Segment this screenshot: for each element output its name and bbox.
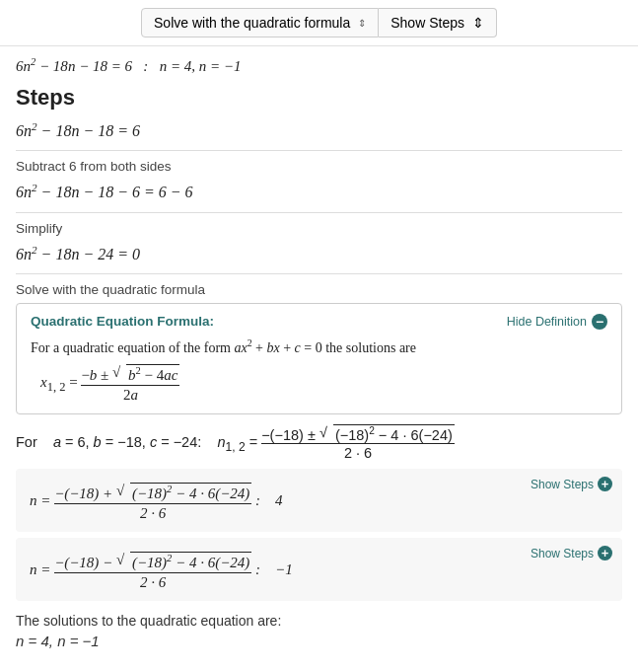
hide-def-label: Hide Definition bbox=[507, 315, 587, 329]
formula-display: x1, 2 = −b ± b2 − 4ac 2a bbox=[40, 364, 607, 404]
dropdown-arrow: ⇕ bbox=[358, 18, 366, 29]
plus-circle-icon-2: + bbox=[598, 546, 612, 560]
solution2-math: n = −(−18) − (−18)2 − 4 · 6(−24) 2 · 6 :… bbox=[30, 552, 608, 591]
quadratic-formula-box: Quadratic Equation Formula: Hide Definit… bbox=[16, 303, 622, 414]
divider-2 bbox=[16, 212, 622, 213]
step1-equation: 6n2 − 18n − 18 = 6 bbox=[16, 120, 622, 140]
hide-definition-button[interactable]: Hide Definition − bbox=[507, 314, 607, 330]
step4-label: Solve with the quadratic formula bbox=[16, 282, 622, 297]
main-content: 6n2 − 18n − 18 = 6 : n = 4, n = −1 Steps… bbox=[0, 46, 638, 659]
solution2-box: Show Steps + n = −(−18) − (−18)2 − 4 · 6… bbox=[16, 538, 622, 601]
formula-text: For a quadratic equation of the form ax2… bbox=[31, 337, 607, 356]
plus-circle-icon-1: + bbox=[598, 477, 612, 491]
solution1-show-steps[interactable]: Show Steps + bbox=[531, 477, 612, 491]
footer-solutions: n = 4, n = −1 bbox=[16, 633, 622, 649]
solution1-show-steps-label: Show Steps bbox=[531, 478, 594, 491]
solution1-math: n = −(−18) + (−18)2 − 4 · 6(−24) 2 · 6 :… bbox=[30, 483, 608, 522]
step3-label: Simplify bbox=[16, 221, 622, 236]
divider-3 bbox=[16, 273, 622, 274]
step2-equation: 6n2 − 18n − 18 − 6 = 6 − 6 bbox=[16, 182, 622, 201]
solution2-show-steps-label: Show Steps bbox=[531, 547, 594, 560]
show-steps-button[interactable]: Show Steps ⇕ bbox=[379, 8, 497, 37]
footer-text: The solutions to the quadratic equation … bbox=[16, 613, 622, 649]
for-line: For a = 6, b = −18, c = −24: n1, 2 = −(−… bbox=[16, 424, 622, 462]
steps-heading: Steps bbox=[16, 85, 622, 111]
top-bar: Solve with the quadratic formula ⇕ Show … bbox=[0, 0, 638, 46]
minus-circle-icon: − bbox=[592, 314, 607, 330]
step2-label: Subtract 6 from both sides bbox=[16, 159, 622, 174]
show-steps-arrow: ⇕ bbox=[472, 15, 484, 31]
step3-equation: 6n2 − 18n − 24 = 0 bbox=[16, 244, 622, 263]
divider-1 bbox=[16, 150, 622, 151]
show-steps-label: Show Steps bbox=[390, 15, 464, 31]
dropdown-label: Solve with the quadratic formula bbox=[154, 15, 350, 31]
quadratic-title: Quadratic Equation Formula: bbox=[31, 314, 214, 329]
footer-label: The solutions to the quadratic equation … bbox=[16, 613, 622, 629]
solution1-box: Show Steps + n = −(−18) + (−18)2 − 4 · 6… bbox=[16, 469, 622, 532]
solution2-show-steps[interactable]: Show Steps + bbox=[531, 546, 612, 560]
summary-line: 6n2 − 18n − 18 = 6 : n = 4, n = −1 bbox=[16, 56, 622, 75]
quadratic-header: Quadratic Equation Formula: Hide Definit… bbox=[31, 314, 607, 330]
method-dropdown[interactable]: Solve with the quadratic formula ⇕ bbox=[141, 8, 379, 37]
